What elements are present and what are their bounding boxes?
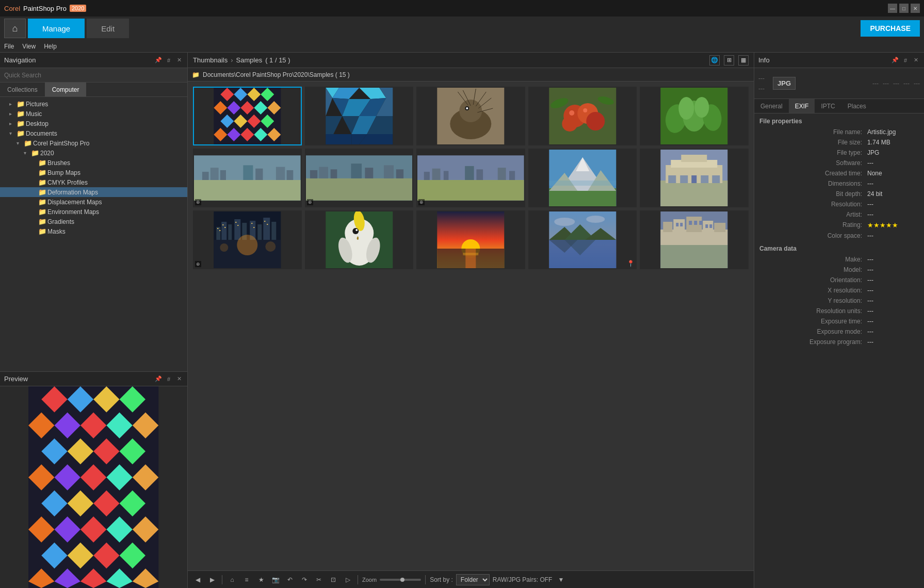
thumbnail-item[interactable]: 📍: [528, 210, 637, 269]
tree-item[interactable]: 📁Gradients: [0, 217, 187, 226]
toolbar-copy-btn[interactable]: ⊡: [328, 574, 339, 585]
toolbar-star-btn[interactable]: ★: [255, 574, 267, 585]
tree-item[interactable]: 📁Environment Maps: [0, 207, 187, 217]
thumbnail-item[interactable]: [640, 87, 749, 145]
info-dash-6: ---: [903, 80, 910, 87]
svg-rect-202: [706, 224, 708, 228]
info-pin2-button[interactable]: #: [901, 56, 910, 64]
info-pin-button[interactable]: 📌: [891, 56, 899, 64]
tree-item[interactable]: 📁Displacement Maps: [0, 197, 187, 207]
svg-marker-71: [326, 134, 351, 144]
sort-select[interactable]: Folder Name Date Size: [456, 574, 490, 585]
thumbnail-item[interactable]: [528, 149, 637, 207]
raw-dropdown-btn[interactable]: ▼: [555, 574, 566, 585]
purchase-button[interactable]: PURCHASE: [861, 20, 920, 37]
menu-help[interactable]: Help: [44, 43, 57, 50]
thumbnail-item[interactable]: [416, 210, 525, 269]
tree-item[interactable]: 📁Bump Maps: [0, 168, 187, 177]
app-logo: Corel PaintShop Pro 2020: [4, 5, 86, 12]
toolbar-redo-btn[interactable]: ↷: [299, 574, 310, 585]
svg-rect-151: [257, 224, 262, 240]
thumb-badge: ⊕: [418, 199, 425, 205]
zoom-slider[interactable]: [380, 579, 421, 581]
tree-item[interactable]: ▾📁Corel PaintShop Pro: [0, 138, 187, 148]
tab-iptc[interactable]: IPTC: [815, 99, 841, 113]
thumbnail-item[interactable]: [416, 87, 525, 145]
menu-view[interactable]: View: [22, 43, 36, 50]
tree-item[interactable]: 📁Masks: [0, 226, 187, 236]
tab-general[interactable]: General: [754, 99, 789, 113]
thumbnail-item[interactable]: [640, 149, 749, 207]
grid-icon[interactable]: ▦: [738, 55, 749, 66]
minimize-button[interactable]: —: [888, 4, 897, 13]
tree-item-label: Desktop: [26, 120, 48, 127]
svg-rect-201: [700, 221, 703, 225]
svg-rect-141: [701, 175, 709, 183]
thumbnail-item[interactable]: ⊕: [193, 210, 302, 269]
thumbnail-item[interactable]: [305, 210, 414, 269]
camera-properties: Make:---Model:---Orientation:---X resolu…: [754, 254, 924, 347]
menu-file[interactable]: File: [4, 43, 14, 50]
svg-rect-104: [243, 165, 253, 180]
info-property-key: Bit depth:: [759, 190, 867, 198]
camera-property-value: ---: [867, 307, 919, 315]
tab-computer[interactable]: Computer: [45, 83, 87, 96]
view-toggle-icon[interactable]: ⊞: [724, 55, 734, 66]
thumbnail-item[interactable]: ⊕: [193, 149, 302, 207]
globe-icon[interactable]: 🌐: [709, 55, 720, 66]
toolbar-sep-2: [358, 575, 358, 584]
toolbar-camera-btn[interactable]: 📷: [270, 574, 281, 585]
thumbnail-item[interactable]: [528, 87, 637, 145]
preview-pin-button[interactable]: 📌: [154, 375, 163, 383]
svg-rect-134: [661, 181, 728, 206]
tree-item[interactable]: 📁CMYK Profiles: [0, 177, 187, 187]
navigation-pin2-button[interactable]: #: [165, 56, 173, 64]
thumbnail-item[interactable]: ⊕: [416, 149, 525, 207]
camera-property-row: Exposure mode:---: [754, 326, 924, 337]
info-property-row: Created time:None: [754, 168, 924, 178]
preview-close-button[interactable]: ✕: [175, 375, 183, 383]
tree-item[interactable]: ▾📁2020: [0, 148, 187, 158]
toolbar-forward-btn[interactable]: ▶: [206, 574, 218, 585]
info-close-button[interactable]: ✕: [912, 56, 920, 64]
tree-item-label: Masks: [47, 228, 66, 235]
thumbnail-item[interactable]: [640, 210, 749, 269]
info-tabs: General EXIF IPTC Places: [754, 99, 924, 113]
tab-collections[interactable]: Collections: [0, 83, 45, 96]
thumbnail-item[interactable]: [305, 87, 414, 145]
svg-rect-114: [365, 168, 373, 178]
tree-item[interactable]: ▾📁Documents: [0, 128, 187, 138]
info-property-row: Resolution:---: [754, 199, 924, 209]
tree-item[interactable]: 📁Brushes: [0, 158, 187, 168]
toolbar-back-btn[interactable]: ◀: [192, 574, 203, 585]
svg-rect-178: [465, 249, 476, 268]
quick-search-input[interactable]: [4, 72, 183, 79]
toolbar-play-btn[interactable]: ▷: [342, 574, 353, 585]
tree-item[interactable]: ▸📁Music: [0, 109, 187, 119]
navigation-pin-button[interactable]: 📌: [154, 56, 163, 64]
thumbnail-item[interactable]: [193, 87, 302, 145]
svg-point-188: [586, 216, 605, 223]
svg-rect-111: [319, 167, 328, 178]
tab-places[interactable]: Places: [841, 99, 872, 113]
toolbar-list-btn[interactable]: ≡: [241, 574, 252, 585]
toolbar-undo-btn[interactable]: ↶: [284, 574, 296, 585]
maximize-button[interactable]: □: [899, 4, 909, 13]
tree-item[interactable]: 📁Deformation Maps: [0, 187, 187, 197]
close-button[interactable]: ✕: [911, 4, 920, 13]
tree-item-label: Brushes: [47, 159, 70, 167]
tree-item[interactable]: ▸📁Pictures: [0, 99, 187, 109]
tree-item[interactable]: ▸📁Desktop: [0, 119, 187, 128]
folder-icon: 📁: [192, 71, 200, 78]
home-button[interactable]: ⌂: [4, 19, 26, 38]
toolbar-cut-btn[interactable]: ✂: [313, 574, 325, 585]
preview-pin2-button[interactable]: #: [165, 375, 173, 383]
folder-icon: 📁: [38, 227, 47, 235]
toolbar-home-btn[interactable]: ⌂: [226, 574, 238, 585]
navigation-close-button[interactable]: ✕: [175, 56, 183, 64]
tab-manage[interactable]: Manage: [28, 19, 85, 38]
breadcrumb-separator: ›: [231, 56, 233, 64]
thumbnail-item[interactable]: ⊕: [305, 149, 414, 207]
tab-edit[interactable]: Edit: [87, 19, 129, 38]
tab-exif[interactable]: EXIF: [789, 99, 815, 113]
